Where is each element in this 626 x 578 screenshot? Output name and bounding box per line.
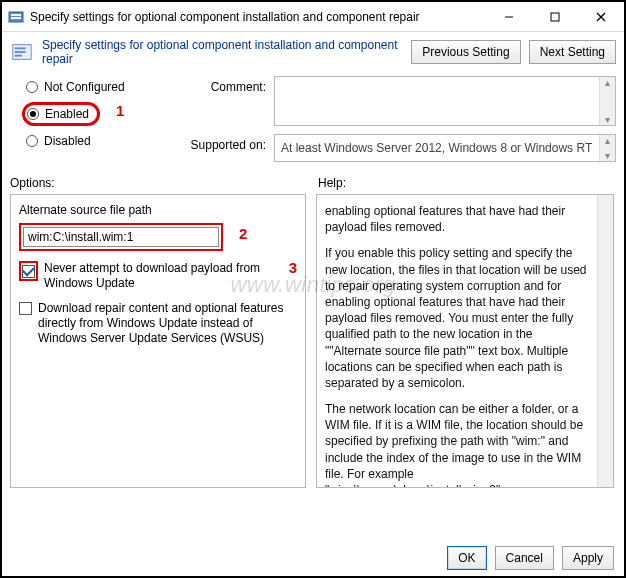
window-title: Specify settings for optional component … bbox=[30, 10, 486, 24]
scrollbar[interactable]: ▴▾ bbox=[599, 77, 615, 125]
checkbox-icon bbox=[19, 302, 32, 315]
checkbox-wsus[interactable]: Download repair content and optional fea… bbox=[19, 301, 297, 346]
help-pane: enabling optional features that have had… bbox=[316, 194, 614, 488]
panes-row: Alternate source file path wim:C:\instal… bbox=[2, 194, 624, 488]
svg-rect-4 bbox=[551, 13, 559, 21]
alt-source-path-value: wim:C:\install.wim:1 bbox=[28, 230, 133, 244]
scrollbar[interactable]: ▴▾ bbox=[599, 135, 615, 161]
annotation-number-1: 1 bbox=[116, 102, 124, 119]
alt-source-path-label: Alternate source file path bbox=[19, 203, 297, 217]
radio-dot-icon bbox=[26, 135, 38, 147]
svg-rect-9 bbox=[15, 51, 26, 53]
annotation-rect-2: wim:C:\install.wim:1 bbox=[19, 223, 223, 251]
help-paragraph: The network location can be either a fol… bbox=[325, 401, 591, 488]
policy-large-icon bbox=[10, 40, 34, 64]
svg-rect-10 bbox=[15, 55, 22, 57]
policy-icon bbox=[8, 9, 24, 25]
checkbox-label: Download repair content and optional fea… bbox=[38, 301, 297, 346]
radio-disabled[interactable]: Disabled bbox=[26, 134, 148, 148]
radio-enabled[interactable]: Enabled bbox=[27, 107, 89, 121]
maximize-button[interactable] bbox=[532, 2, 578, 31]
supported-value: At least Windows Server 2012, Windows 8 … bbox=[281, 141, 592, 155]
annotation-circle-1: Enabled bbox=[22, 102, 100, 126]
state-section: Not Configured Enabled 1 Disabled Commen… bbox=[2, 72, 624, 162]
minimize-button[interactable] bbox=[486, 2, 532, 31]
ok-button[interactable]: OK bbox=[447, 546, 486, 570]
annotation-number-2: 2 bbox=[239, 225, 247, 242]
options-pane: Alternate source file path wim:C:\instal… bbox=[10, 194, 306, 488]
radio-dot-icon bbox=[27, 108, 39, 120]
scrollbar[interactable] bbox=[597, 195, 613, 487]
previous-setting-button[interactable]: Previous Setting bbox=[411, 40, 520, 64]
supported-field: Supported on: At least Windows Server 20… bbox=[184, 134, 616, 162]
apply-button[interactable]: Apply bbox=[562, 546, 614, 570]
options-label: Options: bbox=[10, 176, 318, 190]
next-setting-button[interactable]: Next Setting bbox=[529, 40, 616, 64]
svg-rect-1 bbox=[11, 14, 21, 16]
state-right-column: Comment: ▴▾ Supported on: At least Windo… bbox=[184, 76, 616, 162]
radio-label: Not Configured bbox=[44, 80, 125, 94]
policy-subtitle: Specify settings for optional component … bbox=[42, 38, 403, 66]
svg-rect-8 bbox=[15, 47, 26, 49]
radio-not-configured[interactable]: Not Configured bbox=[26, 80, 148, 94]
svg-rect-2 bbox=[11, 17, 21, 19]
policy-header: Specify settings for optional component … bbox=[2, 32, 624, 72]
help-paragraph: If you enable this policy setting and sp… bbox=[325, 245, 591, 391]
help-paragraph: enabling optional features that have had… bbox=[325, 203, 591, 235]
supported-label: Supported on: bbox=[184, 134, 266, 152]
comment-field: Comment: ▴▾ bbox=[184, 76, 616, 126]
help-text: enabling optional features that have had… bbox=[325, 203, 605, 488]
cancel-button[interactable]: Cancel bbox=[495, 546, 554, 570]
help-label: Help: bbox=[318, 176, 614, 190]
annotation-number-3: 3 bbox=[289, 259, 297, 278]
annotation-rect-3 bbox=[19, 261, 38, 281]
close-button[interactable] bbox=[578, 2, 624, 31]
supported-value-box: At least Windows Server 2012, Windows 8 … bbox=[274, 134, 616, 162]
pane-labels: Options: Help: bbox=[2, 162, 624, 194]
checkbox-never-download[interactable]: Never attempt to download payload from W… bbox=[19, 261, 297, 291]
comment-label: Comment: bbox=[184, 76, 266, 94]
window-controls bbox=[486, 2, 624, 31]
titlebar: Specify settings for optional component … bbox=[2, 2, 624, 32]
alt-source-path-input[interactable]: wim:C:\install.wim:1 bbox=[23, 227, 219, 247]
dialog-buttons: OK Cancel Apply bbox=[447, 546, 614, 570]
comment-textarea[interactable]: ▴▾ bbox=[274, 76, 616, 126]
state-radios: Not Configured Enabled 1 Disabled bbox=[26, 76, 148, 148]
radio-label: Enabled bbox=[45, 107, 89, 121]
radio-dot-icon bbox=[26, 81, 38, 93]
checkbox-icon bbox=[22, 265, 35, 278]
checkbox-label: Never attempt to download payload from W… bbox=[44, 261, 273, 291]
radio-label: Disabled bbox=[44, 134, 91, 148]
